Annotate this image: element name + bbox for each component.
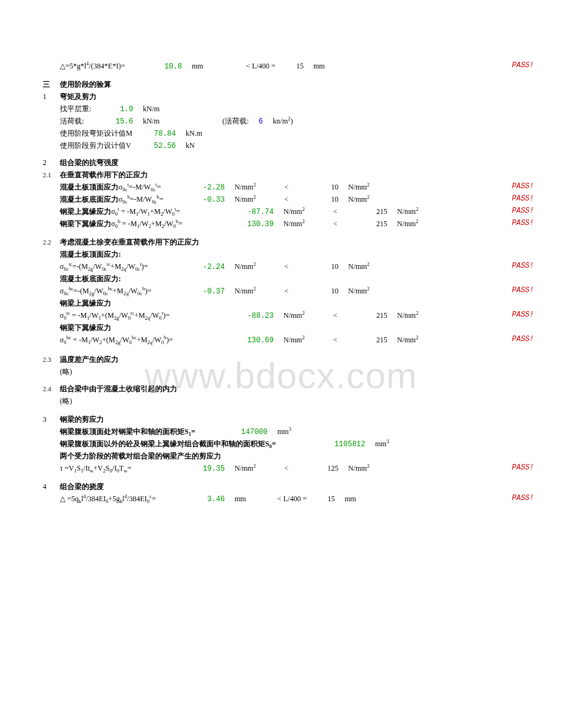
note-value: 6 <box>258 117 263 126</box>
unit: kN.m <box>186 129 202 138</box>
s3-l3: 两个受力阶段的荷载对组合梁的钢梁产生的剪应力 <box>43 451 538 462</box>
live-load-row: 活荷载: 15.6 kN/m (活荷载: 6 kn/m2) <box>43 116 538 127</box>
s24-note: (略) <box>43 396 538 407</box>
title: 弯矩及剪力 <box>60 92 97 102</box>
cmp: < <box>271 195 302 204</box>
unit: N/mm2 <box>235 262 271 271</box>
s22-d: σ0bc = -M1/W2+(M2g/W0bc+M2q/W0b)= 130.69… <box>43 335 538 346</box>
formula: 混凝土板顶面应力σ0ct=-M/W0ct= <box>60 182 194 193</box>
title: 在垂直荷载作用下的正应力 <box>60 170 148 180</box>
pass-badge: PASS! <box>512 207 534 215</box>
label: 钢梁腹板顶面以外的砼及钢梁上翼缘对组合截面中和轴的面积矩S0= <box>60 439 323 449</box>
formula: 混凝土板底面应力σ0cb=-M/W0cb= <box>60 194 194 205</box>
value: 19.35 <box>194 465 225 473</box>
unit: mm <box>235 495 259 504</box>
label: 使用阶段剪力设计值V <box>60 141 145 151</box>
unit: N/mm2 <box>283 311 320 320</box>
unit: kN/m <box>143 117 180 126</box>
title: 组合梁中由于混凝土收缩引起的内力 <box>60 384 177 394</box>
value: -2.28 <box>194 183 225 192</box>
shear-row: 使用阶段剪力设计值V 52.56 kN <box>43 141 538 152</box>
pass-badge: PASS! <box>512 194 534 203</box>
formula: σ0ctc=-(M2g/W0ctc+M2q/W0ct)= <box>60 262 194 272</box>
idx: 2.3 <box>43 356 60 363</box>
title: 考虑混凝土徐变在垂直荷载作用下的正应力 <box>60 237 199 248</box>
pass-badge: PASS! <box>512 494 534 502</box>
s23-heading: 2.3 温度差产生的应力 <box>43 355 538 366</box>
unit: mm3 <box>277 427 291 436</box>
s22-b: σ0cbc=-(M2g/W0cbc+M2q/W0cb)= -0.37 N/mm2… <box>43 286 538 297</box>
label: 找平层重: <box>60 104 109 114</box>
limit-unit: N/mm2 <box>397 207 418 216</box>
cmp: < <box>271 464 302 473</box>
section-3-heading: 三 使用阶段的验算 <box>43 79 538 90</box>
cmp: < L/400 = <box>246 62 276 71</box>
s3-l2: 钢梁腹板顶面以外的砼及钢梁上翼缘对组合截面中和轴的面积矩S0= 1105812 … <box>43 439 538 450</box>
deflection-formula: △=5*g*l4/(384*E*I)= <box>60 61 158 71</box>
unit: N/mm2 <box>235 182 271 192</box>
label: 钢梁腹板顶面处对钢梁中和轴的面积矩S1= <box>60 427 231 437</box>
idx: 4 <box>43 482 60 491</box>
limit: 215 <box>351 207 387 216</box>
moment-row: 使用阶段弯矩设计值M 78.84 kN.m <box>43 128 538 139</box>
value: 15.6 <box>109 117 133 126</box>
label: 钢梁上翼缘应力 <box>60 298 111 309</box>
floor-load-row: 找平层重: 1.9 kN/m <box>43 104 538 115</box>
title: 使用阶段的验算 <box>60 79 111 90</box>
formula: τ =V1S1/Itw+V2S0/I0Tw= <box>60 464 194 474</box>
label: 活荷载: <box>60 116 109 127</box>
pass-badge: PASS! <box>512 335 534 344</box>
unit: N/mm2 <box>283 335 320 345</box>
s22-a-label: 混凝土板顶面应力: <box>43 249 538 260</box>
formula: △ =5qkl4/384EI0+5gkl4/384EI0c= <box>60 494 194 504</box>
s22-heading: 2.2 考虑混凝土徐变在垂直荷载作用下的正应力 <box>43 237 538 248</box>
limit: 125 <box>302 464 338 473</box>
pass-badge: PASS! <box>512 61 534 70</box>
value: 78.84 <box>145 130 176 138</box>
s21-d: 钢梁下翼缘应力σ0b = -M1/W2+M2/W0b= 130.39 N/mm2… <box>43 219 538 230</box>
value: 147000 <box>231 428 268 436</box>
s21-a: 混凝土板顶面应力σ0ct=-M/W0ct= -2.28 N/mm2 < 10 N… <box>43 182 538 193</box>
formula: σ0cbc=-(M2g/W0cbc+M2q/W0cb)= <box>60 286 194 296</box>
limit-unit: N/mm2 <box>348 262 370 271</box>
formula: σ0bc = -M1/W2+(M2g/W0bc+M2q/W0b)= <box>60 335 237 345</box>
unit: N/mm2 <box>235 194 271 204</box>
s22-c-label: 钢梁上翼缘应力 <box>43 298 538 309</box>
cmp: < <box>271 262 302 271</box>
pass-badge: PASS! <box>512 182 534 191</box>
limit: 215 <box>351 336 387 345</box>
value: 3.46 <box>194 495 225 504</box>
limit-unit: N/mm2 <box>348 194 370 204</box>
idx: 2.1 <box>43 171 60 178</box>
label: 两个受力阶段的荷载对组合梁的钢梁产生的剪应力 <box>60 451 221 461</box>
value: -2.24 <box>194 263 225 271</box>
deflection-value: 10.8 <box>158 62 182 71</box>
value: 1105812 <box>323 440 365 449</box>
s23-note: (略) <box>43 367 538 378</box>
s3-l4: τ =V1S1/Itw+V2S0/I0Tw= 19.35 N/mm2 < 125… <box>43 463 538 474</box>
limit: 10 <box>302 183 338 192</box>
limit-unit: N/mm2 <box>397 311 418 320</box>
idx: 2.4 <box>43 385 60 392</box>
limit-unit: N/mm2 <box>348 286 370 296</box>
label: 钢梁下翼缘应力 <box>60 323 111 333</box>
unit: N/mm2 <box>235 463 271 473</box>
pass-badge: PASS! <box>512 311 534 319</box>
limit-unit: mm <box>313 62 325 71</box>
limit-unit: N/mm2 <box>397 219 418 229</box>
s21-b: 混凝土板底面应力σ0cb=-M/W0cb= -0.33 N/mm2 < 10 N… <box>43 194 538 205</box>
note-unit: kn/m2) <box>273 116 293 126</box>
pass-badge: PASS! <box>512 286 534 295</box>
note-label: (活荷载: <box>222 116 249 127</box>
limit-unit: N/mm2 <box>348 182 370 192</box>
idx: 3 <box>43 415 60 424</box>
formula: 钢梁上翼缘应力σ0t = -M1/W1+M2/W0t= <box>60 207 237 217</box>
idx: 1 <box>43 92 60 101</box>
cmp: < L/400 = <box>277 495 307 504</box>
label: 混凝土板底面应力: <box>60 274 121 284</box>
limit: 215 <box>351 219 387 229</box>
unit: N/mm2 <box>235 286 271 296</box>
s21-c: 钢梁上翼缘应力σ0t = -M1/W1+M2/W0t= -87.74 N/mm2… <box>43 207 538 218</box>
s22-d-label: 钢梁下翼缘应力 <box>43 323 538 334</box>
label: 使用阶段弯矩设计值M <box>60 128 145 139</box>
